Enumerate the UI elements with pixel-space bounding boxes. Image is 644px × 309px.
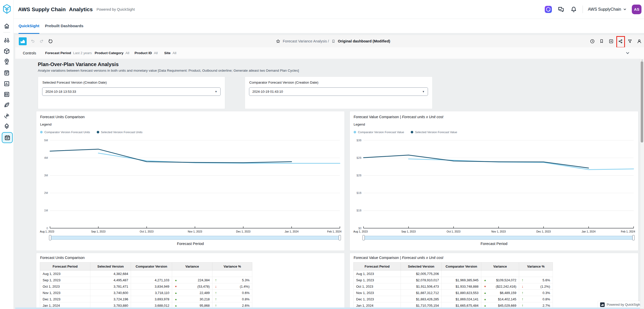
svg-text:1M: 1M <box>44 209 48 212</box>
chart-legend: Comparator Version Forecast UnitsSelecte… <box>40 131 142 134</box>
controls-collapse-chevron-icon[interactable] <box>625 51 630 55</box>
slider-handle-right[interactable] <box>339 235 341 240</box>
arrow-up-icon: ↑ <box>522 303 525 307</box>
reset-icon[interactable] <box>48 38 53 44</box>
filter-funnel-icon[interactable] <box>627 38 633 44</box>
user-icon[interactable] <box>636 38 642 44</box>
legend-label: Legend <box>354 122 365 126</box>
share-icon[interactable] <box>618 38 623 44</box>
column-header[interactable]: Variance <box>481 262 519 271</box>
header-divider <box>583 6 583 13</box>
column-header[interactable]: Selected Version <box>90 262 131 271</box>
triangle-down-icon: ▼ <box>484 285 487 288</box>
cell-variance-pct: ↑0.8% <box>212 296 252 302</box>
column-header[interactable]: Selected Version <box>401 262 442 271</box>
cell-selected-version: 3,740,600 <box>90 290 131 296</box>
column-header[interactable]: Forecast Period <box>40 262 90 271</box>
cell-variance: ▲$6,489,159 <box>481 290 519 296</box>
cell-selected-version: $2,005,775,206 <box>401 271 442 277</box>
header-actions: AWS SupplyChain AS <box>544 0 641 19</box>
legend-dot <box>97 131 99 133</box>
redo-icon[interactable] <box>39 38 44 44</box>
annotation-highlight-box <box>616 36 625 48</box>
selected-version-label: Selected Forecast Version (Creation Date… <box>42 81 107 84</box>
order-list-icon[interactable] <box>3 91 10 98</box>
slider-handle-left[interactable] <box>362 235 365 240</box>
x-axis-range-slider[interactable] <box>363 236 634 240</box>
bookmark-icon[interactable] <box>599 38 604 44</box>
scrollbar-thumb[interactable] <box>641 61 643 143</box>
bar-chart-icon[interactable] <box>3 80 10 87</box>
table-row: Aug 1, 20234,382,684 <box>40 271 252 277</box>
slider-handle-left[interactable] <box>49 235 51 240</box>
cell-comparator-version <box>442 271 481 277</box>
star-icon[interactable] <box>276 39 280 44</box>
tab-quicksight[interactable]: QuickSight <box>19 19 39 34</box>
app-title: AWS Supply Chain <box>18 6 66 12</box>
supply-chain-logo-icon[interactable] <box>2 4 11 14</box>
horizontal-scrollbar[interactable] <box>15 307 640 309</box>
control-site[interactable]: Site All <box>164 47 176 59</box>
cell-comparator-version: $1,880,823,553 <box>442 290 481 296</box>
breadcrumb-version-name[interactable]: Original dashboard (Modified) <box>338 39 390 43</box>
cell-period: Dec 1, 2023 <box>40 296 90 302</box>
cell-variance: ▲30,218 <box>172 296 212 302</box>
x-axis-range-slider[interactable] <box>49 236 340 240</box>
cell-variance: ▲22,489 <box>172 290 212 296</box>
control-product-category[interactable]: Product Category All <box>95 47 129 59</box>
column-header[interactable]: Variance % <box>212 262 252 271</box>
legend-dot <box>411 131 413 133</box>
quicksight-logo-icon[interactable] <box>19 37 27 45</box>
legend-item[interactable]: Selected Version Forecast Units <box>97 131 143 134</box>
package-icon[interactable] <box>3 48 10 55</box>
column-header[interactable]: Forecast Period <box>354 262 401 271</box>
column-header[interactable]: Variance <box>172 262 212 271</box>
home-icon[interactable] <box>3 23 10 29</box>
comparator-version-dropdown[interactable]: 2024-10-19 01:43:10 ▼ <box>249 87 428 96</box>
amazon-q-icon[interactable] <box>544 6 552 13</box>
vertical-scrollbar[interactable]: ▲ <box>640 59 644 307</box>
legend-item[interactable]: Selected Version Forecast Value <box>411 131 457 134</box>
account-menu[interactable]: AWS SupplyChain <box>588 7 627 12</box>
notifications-bell-icon[interactable] <box>570 6 577 13</box>
svg-text:Aug 1, 2023: Aug 1, 2023 <box>40 230 54 233</box>
legend-dot <box>354 131 356 133</box>
radar-icon[interactable] <box>3 113 10 119</box>
column-header[interactable]: Comparator Version <box>131 262 172 271</box>
layers-icon[interactable] <box>3 123 10 130</box>
binoculars-icon[interactable] <box>3 37 10 43</box>
scroll-up-arrow-icon[interactable]: ▲ <box>641 59 643 61</box>
undo-icon[interactable] <box>30 38 36 44</box>
feedback-chat-icon[interactable] <box>557 6 565 13</box>
clipboard-calendar-icon[interactable] <box>3 69 10 76</box>
page-subtitle: Analyze variations between forecast vers… <box>38 69 299 72</box>
triangle-up-icon: ▲ <box>175 279 178 282</box>
schedule-clock-icon[interactable] <box>589 38 595 44</box>
legend-item[interactable]: Comparator Version Forecast Units <box>40 131 90 134</box>
triangle-down-icon: ▼ <box>175 285 178 288</box>
legend-item[interactable]: Comparator Version Forecast Value <box>354 131 404 134</box>
breadcrumb-dashboard-name[interactable]: Forecast Variance Analysis / <box>283 39 329 43</box>
app-brand: AWS Supply Chain Analytics Powered by Qu… <box>18 0 135 19</box>
page-title: Plan-Over-Plan Variance Analysis <box>38 61 119 67</box>
arrow-down-icon: ↓ <box>215 284 219 288</box>
export-icon[interactable] <box>608 38 614 44</box>
comparison-table: Forecast PeriodSelected VersionComparato… <box>353 262 553 309</box>
cell-selected-version: $1,887,312,712 <box>401 290 442 296</box>
avatar[interactable]: AS <box>632 5 641 14</box>
column-header[interactable]: Variance % <box>519 262 553 271</box>
slider-handle-right[interactable] <box>632 235 635 240</box>
controls-label: Controls <box>23 47 36 59</box>
selected-version-dropdown[interactable]: 2024-10-18 13:53:33 ▼ <box>42 87 221 96</box>
app-section-title: Analytics <box>69 6 93 12</box>
line-chart-svg: $0$1B$1B$2B$2B$3BAug 1, 2023Sep 1, 2023O… <box>352 138 636 234</box>
units-line-chart: 01M2M3M4M5MAug 1, 2023Sep 1, 2023Oct 1, … <box>38 138 342 234</box>
leaf-icon[interactable] <box>3 101 10 108</box>
column-header[interactable]: Comparator Version <box>442 262 481 271</box>
tab-prebuilt-dashboards[interactable]: Prebuilt Dashboards <box>45 19 84 33</box>
control-product-id[interactable]: Product ID All <box>135 47 158 59</box>
control-forecast-period[interactable]: Forecast Period Last 2 years <box>45 47 92 59</box>
location-pin-icon[interactable] <box>3 58 10 65</box>
sidebar-item-insights-active[interactable] <box>2 132 13 143</box>
cell-comparator-version <box>131 271 172 277</box>
